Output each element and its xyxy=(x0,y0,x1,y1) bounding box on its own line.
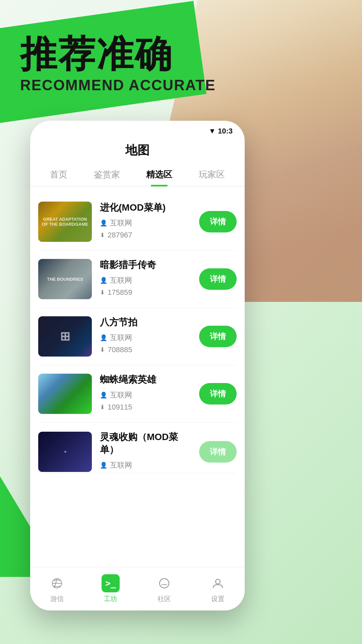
tab-home[interactable]: 首页 xyxy=(43,165,74,186)
game-thumbnail-1: GREAT ADAPTATION OF THE BOARDGAME xyxy=(38,202,92,242)
shequ-label: 社区 xyxy=(158,594,171,603)
list-item: ✦ 灵魂收购（MOD菜单） 👤 互联网 详情 xyxy=(38,423,237,473)
list-item: GREAT ADAPTATION OF THE BOARDGAME 进化(MOD… xyxy=(38,193,237,251)
game-thumbnail-5: ✦ xyxy=(38,432,92,472)
bottom-nav: 游信 >_ 工坊 社区 设置 xyxy=(30,567,245,610)
game-info-1: 进化(MOD菜单) 👤 互联网 ⬇ 287967 xyxy=(100,201,195,242)
game-source-1: 👤 互联网 xyxy=(100,218,195,228)
tab-bar: 首页 鉴赏家 精选区 玩家区 xyxy=(30,165,245,186)
game-thumbnail-4 xyxy=(38,374,92,414)
wifi-icon: ▼ xyxy=(208,127,216,136)
game-downloads-1: ⬇ 287967 xyxy=(100,231,195,239)
tab-player[interactable]: 玩家区 xyxy=(192,165,232,186)
download-icon-4: ⬇ xyxy=(100,404,105,411)
game-source-5: 👤 互联网 xyxy=(100,460,195,470)
game-title-3: 八方节拍 xyxy=(100,316,195,329)
game-list: GREAT ADAPTATION OF THE BOARDGAME 进化(MOD… xyxy=(30,193,245,610)
game-source-4: 👤 互联网 xyxy=(100,390,195,400)
thumb-text-5: ✦ xyxy=(38,432,92,472)
game-info-4: 蜘蛛绳索英雄 👤 互联网 ⬇ 109115 xyxy=(100,373,195,414)
youxin-icon xyxy=(48,574,66,592)
nav-item-gongfang[interactable]: >_ 工坊 xyxy=(84,574,137,603)
game-title-2: 暗影猎手传奇 xyxy=(100,259,195,271)
status-time: 10:3 xyxy=(218,127,233,136)
game-downloads-3: ⬇ 708885 xyxy=(100,345,195,354)
download-icon-1: ⬇ xyxy=(100,231,105,239)
detail-button-4[interactable]: 详情 xyxy=(199,383,237,405)
nav-item-shequ[interactable]: 社区 xyxy=(137,574,191,603)
person-icon-2: 👤 xyxy=(100,277,107,284)
list-item: THE BOUNDRIES 暗影猎手传奇 👤 互联网 ⬇ 175859 详情 xyxy=(38,251,237,308)
game-downloads-4: ⬇ 109115 xyxy=(100,403,195,412)
svg-point-3 xyxy=(160,579,169,588)
game-downloads-2: ⬇ 175859 xyxy=(100,288,195,297)
person-icon-4: 👤 xyxy=(100,391,107,399)
thumb-text-3: ⊞ xyxy=(38,316,92,357)
hero-section: 推荐准确 RECOMMEND ACCURATE xyxy=(20,34,216,94)
nav-item-youxin[interactable]: 游信 xyxy=(30,574,84,603)
tab-featured[interactable]: 精选区 xyxy=(139,165,179,186)
youxin-label: 游信 xyxy=(50,594,64,603)
detail-button-2[interactable]: 详情 xyxy=(199,268,237,290)
thumb-text-1: GREAT ADAPTATION OF THE BOARDGAME xyxy=(38,202,92,242)
tab-connoisseur[interactable]: 鉴赏家 xyxy=(87,165,127,186)
download-icon-2: ⬇ xyxy=(100,289,105,296)
phone-mockup: ▼ 10:3 地图 首页 鉴赏家 精选区 玩家区 GREAT ADAPTATIO… xyxy=(30,121,245,610)
gongfang-icon: >_ xyxy=(102,574,120,592)
person-icon-1: 👤 xyxy=(100,219,107,227)
shezhi-icon xyxy=(209,574,227,592)
detail-button-5[interactable]: 详情 xyxy=(199,441,237,463)
hero-english-title: RECOMMEND ACCURATE xyxy=(20,77,216,94)
game-title-5: 灵魂收购（MOD菜单） xyxy=(100,431,195,456)
gongfang-label: 工坊 xyxy=(104,594,117,603)
shequ-icon xyxy=(155,574,173,592)
shezhi-label: 设置 xyxy=(211,594,225,603)
hero-chinese-title: 推荐准确 xyxy=(20,34,216,74)
detail-button-3[interactable]: 详情 xyxy=(199,326,237,347)
game-source-3: 👤 互联网 xyxy=(100,333,195,343)
app-title: 地图 xyxy=(30,139,245,165)
game-thumbnail-2: THE BOUNDRIES xyxy=(38,259,92,299)
status-bar: ▼ 10:3 xyxy=(30,121,245,139)
detail-button-1[interactable]: 详情 xyxy=(199,211,237,232)
list-item: ⊞ 八方节拍 👤 互联网 ⬇ 708885 详情 xyxy=(38,308,237,365)
person-icon-3: 👤 xyxy=(100,334,107,341)
game-info-3: 八方节拍 👤 互联网 ⬇ 708885 xyxy=(100,316,195,357)
game-info-2: 暗影猎手传奇 👤 互联网 ⬇ 175859 xyxy=(100,259,195,300)
game-source-2: 👤 互联网 xyxy=(100,275,195,285)
thumb-text-4 xyxy=(38,374,92,414)
game-info-5: 灵魂收购（MOD菜单） 👤 互联网 xyxy=(100,431,195,473)
game-title-1: 进化(MOD菜单) xyxy=(100,201,195,214)
nav-item-shezhi[interactable]: 设置 xyxy=(191,574,245,603)
game-thumbnail-3: ⊞ xyxy=(38,316,92,357)
list-item: 蜘蛛绳索英雄 👤 互联网 ⬇ 109115 详情 xyxy=(38,365,237,423)
thumb-text-2: THE BOUNDRIES xyxy=(38,259,92,299)
person-icon-5: 👤 xyxy=(100,462,107,469)
svg-point-4 xyxy=(216,579,220,584)
download-icon-3: ⬇ xyxy=(100,346,105,354)
game-title-4: 蜘蛛绳索英雄 xyxy=(100,373,195,386)
